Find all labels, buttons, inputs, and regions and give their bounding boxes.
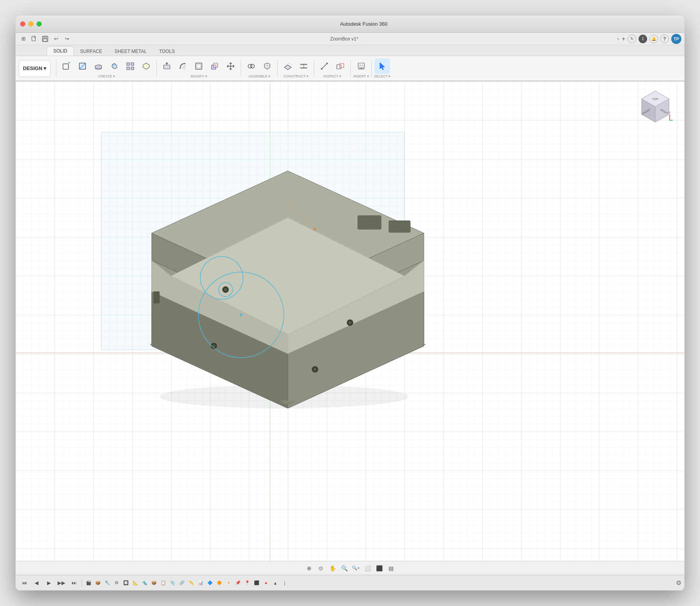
create-group: CREATE ▾ bbox=[59, 58, 154, 78]
select-group-label: SELECT ▾ bbox=[374, 74, 390, 78]
notification-count-badge[interactable]: 1 bbox=[639, 35, 647, 43]
timeline-item-4[interactable]: ⚙ bbox=[112, 579, 121, 587]
measure-tool[interactable] bbox=[317, 58, 332, 74]
timeline-item-15[interactable]: 🔶 bbox=[215, 579, 224, 587]
timeline-item-20[interactable]: 🔺 bbox=[262, 579, 270, 587]
fillet-tool[interactable] bbox=[175, 58, 191, 74]
bell-icon[interactable]: 🔔 bbox=[649, 35, 658, 43]
extrude-tool[interactable] bbox=[91, 58, 106, 74]
revolve-tool[interactable] bbox=[107, 58, 122, 74]
add-tab-button[interactable]: + bbox=[622, 35, 625, 42]
undo-icon[interactable]: ↩ bbox=[51, 34, 61, 44]
timeline-item-5[interactable]: 🔲 bbox=[122, 579, 130, 587]
new-component-tool[interactable] bbox=[59, 58, 74, 74]
joint-tool[interactable] bbox=[243, 58, 259, 74]
create-icons-row bbox=[59, 58, 154, 74]
timeline-item-22[interactable]: | bbox=[280, 579, 289, 587]
move-tool[interactable] bbox=[223, 58, 238, 74]
interference-tool[interactable] bbox=[332, 58, 348, 74]
timeline-item-16[interactable]: 🔸 bbox=[224, 579, 233, 587]
timeline-start-btn[interactable]: ⏮ bbox=[19, 578, 30, 588]
timeline-item-14[interactable]: 🔷 bbox=[206, 579, 214, 587]
display-mode-icon[interactable]: ⬜ bbox=[362, 563, 373, 573]
save-viewport-icon[interactable]: ⊙ bbox=[316, 563, 326, 573]
timeline-items: 🎬 📦 🔧 ⚙ 🔲 📐 🔩 📦 📋 📎 🔗 📏 📊 🔷 🔶 🔸 📌 📍 ⬛ 🔺 … bbox=[84, 579, 674, 587]
separator-2 bbox=[156, 60, 157, 77]
timeline-item-11[interactable]: 🔗 bbox=[178, 579, 186, 587]
help-icon[interactable]: ? bbox=[660, 35, 669, 43]
close-tab-button[interactable]: × bbox=[617, 37, 619, 41]
toolbar-container: ⊞ ↩ ↪ ZoomBox v1* × + ↻ 1 🔔 ? TP bbox=[16, 33, 684, 81]
maximize-button[interactable] bbox=[37, 21, 42, 26]
timeline-item-6[interactable]: 📐 bbox=[131, 579, 140, 587]
pattern-tool[interactable] bbox=[122, 58, 138, 74]
cutout-1 bbox=[358, 216, 381, 229]
grid-icon[interactable]: ⊞ bbox=[19, 34, 28, 44]
modify-group-label: MODIFY ▾ bbox=[191, 74, 207, 78]
timeline-back-btn[interactable]: ◀ bbox=[31, 578, 42, 588]
minimize-button[interactable] bbox=[28, 21, 33, 26]
separator-4 bbox=[277, 60, 278, 77]
tab-row: SOLID SURFACE SHEET METAL TOOLS bbox=[16, 45, 684, 56]
svg-rect-2 bbox=[44, 36, 47, 38]
insert-tool[interactable] bbox=[354, 58, 369, 74]
inspect-group: INSPECT ▾ bbox=[317, 58, 348, 78]
timeline-item-3[interactable]: 🔧 bbox=[103, 579, 112, 587]
timeline-item-21[interactable]: ▲ bbox=[271, 579, 280, 587]
save-icon[interactable] bbox=[40, 34, 50, 44]
modify-group: MODIFY ▾ bbox=[159, 58, 238, 78]
construct-icons-row bbox=[280, 58, 312, 74]
pan-icon[interactable]: ✋ bbox=[327, 563, 338, 573]
3d-model[interactable] bbox=[93, 144, 443, 408]
timeline-item-10[interactable]: 📎 bbox=[168, 579, 177, 587]
timeline-item-18[interactable]: 📍 bbox=[243, 579, 252, 587]
timeline-item-1[interactable]: 🎬 bbox=[84, 579, 93, 587]
timeline-item-7[interactable]: 🔩 bbox=[140, 579, 149, 587]
canvas-area[interactable]: TOP FRONT RIGHT z x ⊕ ⊙ ✋ 🔍 🔍+ ⬜ ⬛ ▤ bbox=[16, 81, 684, 575]
midplane-tool[interactable] bbox=[296, 58, 312, 74]
traffic-lights bbox=[20, 21, 42, 26]
timeline-item-9[interactable]: 📋 bbox=[159, 579, 168, 587]
separator-6 bbox=[350, 60, 351, 77]
timeline-forward-btn[interactable]: ▶▶ bbox=[56, 578, 67, 588]
visual-style-icon[interactable]: ⬛ bbox=[374, 563, 384, 573]
offset-plane-tool[interactable] bbox=[280, 58, 296, 74]
create-sketch-tool[interactable] bbox=[75, 58, 90, 74]
navigate-icon[interactable]: ⊕ bbox=[304, 563, 314, 573]
timeline-item-12[interactable]: 📏 bbox=[187, 579, 196, 587]
screw-head-4 bbox=[348, 321, 352, 324]
tab-solid[interactable]: SOLID bbox=[47, 46, 74, 56]
press-pull-tool[interactable] bbox=[159, 58, 175, 74]
tab-sheet-metal[interactable]: SHEET METAL bbox=[108, 47, 153, 56]
grid-toggle-icon[interactable]: ▤ bbox=[386, 563, 396, 573]
redo-icon[interactable]: ↪ bbox=[62, 34, 72, 44]
timeline-item-2[interactable]: 📦 bbox=[94, 579, 102, 587]
settings-icon[interactable]: ⚙ bbox=[676, 579, 681, 587]
timeline-play-btn[interactable]: ▶ bbox=[44, 578, 54, 588]
app-title: Autodesk Fusion 360 bbox=[48, 21, 680, 27]
combine-tool[interactable] bbox=[207, 58, 222, 74]
more-create-tool[interactable] bbox=[138, 58, 154, 74]
insert-group-label: INSERT ▾ bbox=[353, 74, 369, 78]
shell-tool[interactable] bbox=[191, 58, 206, 74]
design-button[interactable]: DESIGN ▾ bbox=[19, 60, 51, 77]
refresh-icon[interactable]: ↻ bbox=[628, 35, 636, 43]
tab-surface[interactable]: SURFACE bbox=[74, 47, 108, 56]
timeline-item-17[interactable]: 📌 bbox=[234, 579, 242, 587]
insert-icons-row bbox=[354, 58, 369, 74]
tab-tools[interactable]: TOOLS bbox=[153, 47, 181, 56]
svg-rect-19 bbox=[214, 63, 218, 67]
view-cube[interactable]: TOP FRONT RIGHT z x bbox=[638, 89, 673, 124]
tab-title: ZoomBox v1* bbox=[73, 36, 615, 42]
user-avatar[interactable]: TP bbox=[671, 34, 681, 44]
select-tool[interactable] bbox=[374, 58, 390, 74]
as-built-joint-tool[interactable] bbox=[259, 58, 275, 74]
timeline-item-8[interactable]: 📦 bbox=[150, 579, 158, 587]
timeline-item-19[interactable]: ⬛ bbox=[252, 579, 261, 587]
close-button[interactable] bbox=[20, 21, 25, 26]
timeline-end-btn[interactable]: ⏭ bbox=[68, 578, 79, 588]
file-menu-icon[interactable] bbox=[30, 34, 39, 44]
timeline-item-13[interactable]: 📊 bbox=[196, 579, 205, 587]
zoom-out-icon[interactable]: 🔍 bbox=[339, 563, 349, 573]
zoom-in-icon[interactable]: 🔍+ bbox=[351, 563, 361, 573]
